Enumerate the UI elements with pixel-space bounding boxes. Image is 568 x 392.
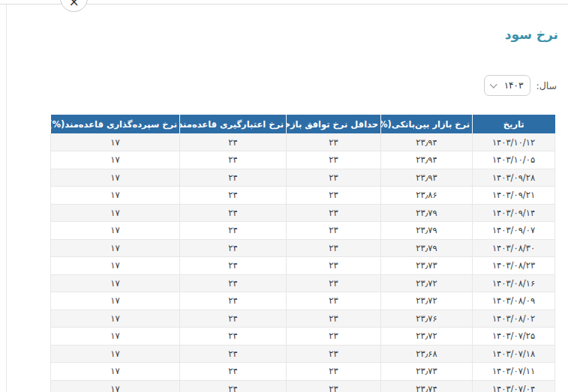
table-cell: ۱۷ [51, 380, 180, 392]
table-cell: ۱۷ [51, 257, 180, 275]
table-cell: ۲۴ [180, 133, 287, 151]
table-cell: ۲۳٫۹۴ [381, 151, 473, 169]
table-row: ۱۴۰۳/۱۰/۰۵۲۳٫۹۴۲۳۲۴۱۷ [51, 151, 555, 169]
table-row: ۱۴۰۳/۰۸/۰۲۲۳٫۷۶۲۳۲۴۱۷ [51, 310, 555, 328]
rates-table-container: تاریخنرخ بازار بین‌بانکی(%)حداقل نرخ توا… [50, 115, 555, 392]
table-cell: ۱۴۰۳/۰۹/۰۷ [473, 222, 555, 240]
table-cell: ۱۴۰۳/۰۹/۱۴ [473, 204, 555, 222]
table-cell: ۲۴ [180, 239, 287, 257]
table-header-cell: نرخ سپرده‌گذاری قاعده‌مند(%) [51, 115, 180, 133]
table-cell: ۲۴ [180, 310, 287, 328]
table-cell: ۱۴۰۳/۰۷/۲۵ [473, 328, 555, 346]
table-cell: ۲۳ [287, 328, 381, 346]
close-button[interactable]: × [60, 0, 88, 12]
year-select[interactable]: ۱۴۰۳ [484, 75, 530, 96]
panel-left-border [6, 4, 7, 392]
table-cell: ۱۷ [51, 222, 180, 240]
table-cell: ۲۴ [180, 187, 287, 205]
table-cell: ۲۴ [180, 222, 287, 240]
table-cell: ۱۴۰۳/۰۹/۲۱ [473, 187, 555, 205]
table-cell: ۲۴ [180, 274, 287, 292]
table-cell: ۲۳٫۸۶ [381, 187, 473, 205]
table-cell: ۲۴ [180, 292, 287, 310]
table-row: ۱۴۰۳/۱۰/۱۲۲۳٫۹۴۲۳۲۴۱۷ [51, 133, 555, 151]
table-header-row: تاریخنرخ بازار بین‌بانکی(%)حداقل نرخ توا… [51, 115, 555, 133]
table-cell: ۱۷ [51, 274, 180, 292]
table-cell: ۲۳ [287, 187, 381, 205]
table-cell: ۱۷ [51, 363, 180, 381]
table-cell: ۱۴۰۳/۰۸/۱۶ [473, 274, 555, 292]
table-row: ۱۴۰۳/۰۹/۲۱۲۳٫۸۶۲۳۲۴۱۷ [51, 187, 555, 205]
year-select-value: ۱۴۰۳ [504, 80, 524, 91]
table-header-cell: نرخ اعتبارگیری قاعده‌مند(%) [180, 115, 287, 133]
table-cell: ۲۳٫۷۲ [381, 328, 473, 346]
table-row: ۱۴۰۳/۰۹/۱۴۲۳٫۷۹۲۳۲۴۱۷ [51, 204, 555, 222]
table-cell: ۲۳٫۷۹ [381, 222, 473, 240]
table-cell: ۲۳٫۷۲ [381, 274, 473, 292]
table-cell: ۲۳ [287, 310, 381, 328]
table-row: ۱۴۰۳/۰۸/۳۰۲۳٫۷۹۲۳۲۴۱۷ [51, 239, 555, 257]
table-cell: ۱۷ [51, 151, 180, 169]
page-title: نرخ سود [505, 27, 558, 42]
table-cell: ۲۳٫۷۳ [381, 363, 473, 381]
table-cell: ۱۴۰۳/۰۹/۲۸ [473, 169, 555, 187]
table-cell: ۲۴ [180, 151, 287, 169]
table-cell: ۲۴ [180, 380, 287, 392]
table-row: ۱۴۰۳/۰۹/۲۸۲۳٫۹۳۲۳۲۴۱۷ [51, 169, 555, 187]
table-cell: ۲۳ [287, 133, 381, 151]
table-cell: ۲۳٫۷۹ [381, 204, 473, 222]
table-cell: ۲۳ [287, 169, 381, 187]
table-cell: ۲۳ [287, 345, 381, 363]
table-body: ۱۴۰۳/۱۰/۱۲۲۳٫۹۴۲۳۲۴۱۷۱۴۰۳/۱۰/۰۵۲۳٫۹۴۲۳۲۴… [51, 133, 555, 392]
table-cell: ۲۳ [287, 257, 381, 275]
table-cell: ۲۳ [287, 204, 381, 222]
table-cell: ۲۳٫۷۲ [381, 292, 473, 310]
table-cell: ۱۷ [51, 133, 180, 151]
table-row: ۱۴۰۳/۰۹/۰۷۲۳٫۷۹۲۳۲۴۱۷ [51, 222, 555, 240]
table-cell: ۲۴ [180, 204, 287, 222]
table-row: ۱۴۰۳/۰۸/۲۳۲۳٫۷۳۲۳۲۴۱۷ [51, 257, 555, 275]
table-cell: ۲۳ [287, 292, 381, 310]
table-cell: ۱۷ [51, 239, 180, 257]
table-row: ۱۴۰۳/۰۷/۱۱۲۳٫۷۳۲۳۲۴۱۷ [51, 363, 555, 381]
table-cell: ۱۴۰۳/۱۰/۱۲ [473, 133, 555, 151]
table-row: ۱۴۰۳/۰۸/۱۶۲۳٫۷۲۲۳۲۴۱۷ [51, 274, 555, 292]
table-header-cell: حداقل نرخ توافق بازخرید(%) [287, 115, 381, 133]
table-cell: ۲۴ [180, 257, 287, 275]
year-selector-row: سال: ۱۴۰۳ [484, 75, 557, 96]
table-cell: ۲۳ [287, 274, 381, 292]
table-cell: ۲۴ [180, 169, 287, 187]
table-cell: ۲۳٫۷۹ [381, 239, 473, 257]
table-cell: ۲۳ [287, 222, 381, 240]
table-row: ۱۴۰۳/۰۸/۰۹۲۳٫۷۲۲۳۲۴۱۷ [51, 292, 555, 310]
rates-table: تاریخنرخ بازار بین‌بانکی(%)حداقل نرخ توا… [50, 115, 555, 392]
table-cell: ۲۴ [180, 345, 287, 363]
table-cell: ۱۴۰۳/۰۷/۰۴ [473, 380, 555, 392]
table-cell: ۱۴۰۳/۰۸/۰۹ [473, 292, 555, 310]
table-cell: ۱۴۰۳/۰۷/۱۱ [473, 363, 555, 381]
table-cell: ۲۴ [180, 363, 287, 381]
close-icon: × [61, 0, 87, 8]
table-cell: ۲۳٫۹۳ [381, 169, 473, 187]
table-cell: ۱۷ [51, 310, 180, 328]
table-row: ۱۴۰۳/۰۷/۲۵۲۳٫۷۲۲۳۲۴۱۷ [51, 328, 555, 346]
table-cell: ۱۴۰۳/۰۸/۲۳ [473, 257, 555, 275]
table-header-cell: تاریخ [473, 115, 555, 133]
table-cell: ۱۷ [51, 187, 180, 205]
table-cell: ۲۳ [287, 151, 381, 169]
table-cell: ۲۳ [287, 380, 381, 392]
table-row: ۱۴۰۳/۰۷/۰۴۲۳٫۷۴۲۳۲۴۱۷ [51, 380, 555, 392]
table-cell: ۲۳ [287, 239, 381, 257]
table-cell: ۱۴۰۳/۰۸/۰۲ [473, 310, 555, 328]
table-row: ۱۴۰۳/۰۷/۱۸۲۳٫۶۸۲۳۲۴۱۷ [51, 345, 555, 363]
chevron-down-icon [490, 80, 497, 88]
table-cell: ۲۳٫۹۴ [381, 133, 473, 151]
table-cell: ۱۷ [51, 169, 180, 187]
table-cell: ۲۳٫۶۸ [381, 345, 473, 363]
table-cell: ۲۳٫۷۶ [381, 310, 473, 328]
table-cell: ۱۴۰۳/۰۷/۱۸ [473, 345, 555, 363]
table-cell: ۱۴۰۳/۰۸/۳۰ [473, 239, 555, 257]
table-cell: ۱۷ [51, 292, 180, 310]
table-cell: ۱۴۰۳/۱۰/۰۵ [473, 151, 555, 169]
table-header-cell: نرخ بازار بین‌بانکی(%) [381, 115, 473, 133]
